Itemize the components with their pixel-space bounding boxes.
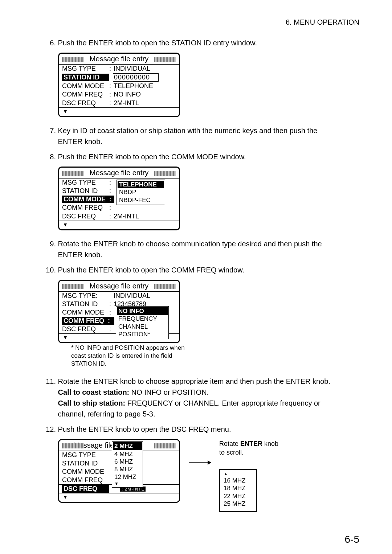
dropdown-option-nbdp[interactable]: NBDP [118, 188, 164, 196]
comm-freq-dropdown[interactable]: NO INFO FREQUENCY CHANNEL POSITION* [116, 306, 169, 339]
scroll-up-icon[interactable]: ▲ [224, 471, 253, 477]
page: 6. MENU OPERATION 6. Push the ENTER knob… [0, 0, 392, 554]
arrow-right-icon [189, 462, 211, 463]
comm-mode-label: COMM MODE [62, 309, 109, 316]
scroll-down-icon[interactable]: ▼ [59, 108, 179, 116]
station-id-label: STATION ID [62, 460, 109, 467]
step-number: 12. [44, 424, 56, 435]
step-number: 9. [44, 238, 56, 249]
comm-freq-value: NO INFO [114, 91, 176, 98]
step-number: 6. [44, 37, 56, 48]
step-text: Rotate the ENTER knob to choose communic… [58, 238, 341, 260]
dropdown-option-6mhz[interactable]: 6 MHZ [113, 458, 142, 465]
list-item[interactable]: 16 MHZ [224, 477, 253, 484]
panel-1: Message file entry MSG TYPE : INDIVIDUAL… [58, 53, 359, 117]
step-9: 9. Rotate the ENTER knob to choose commu… [44, 238, 359, 260]
dropdown-option-telephone[interactable]: TELEPHONE [118, 181, 164, 188]
step-text: Rotate the ENTER knob to choose appropri… [58, 376, 341, 419]
step-6: 6. Push the ENTER knob to open the STATI… [44, 37, 359, 48]
dropdown-option-noinfo[interactable]: NO INFO [117, 307, 168, 315]
dsc-freq-value: 2M-INTL [114, 213, 176, 220]
comm-mode-dropdown[interactable]: TELEPHONE NBDP NBDP-FEC [117, 180, 165, 205]
step-text: Push the ENTER knob to open the STATION … [58, 37, 341, 48]
dropdown-option-12mhz[interactable]: 12 MHZ [113, 473, 142, 481]
scroll-overflow-list: ▲ 16 MHZ 18 MHZ 22 MHZ 25 MHZ [219, 469, 257, 512]
station-id-input[interactable]: 000000000 [113, 73, 159, 82]
step-8: 8. Push the ENTER knob to open the COMM … [44, 151, 359, 162]
page-number: 6-5 [44, 534, 359, 545]
comm-freq-label: COMM FREQ [62, 476, 109, 484]
step-number: 7. [44, 125, 56, 136]
step-number: 10. [44, 264, 56, 275]
scroll-down-icon[interactable]: ▼ [59, 493, 179, 502]
dropdown-option-channel[interactable]: CHANNEL [117, 323, 168, 331]
dropdown-option-nbdp-fec[interactable]: NBDP-FEC [118, 196, 164, 204]
panel-2: Message file entry MSG TYPE : STATION ID… [58, 167, 359, 230]
msg-type-label: MSG TYPE [62, 65, 109, 73]
step-number: 11. [44, 376, 56, 387]
comm-freq-label: COMM FREQ [62, 204, 109, 212]
comm-freq-label: COMM FREQ : [62, 317, 114, 325]
comm-mode-label: COMM MODE [62, 82, 109, 90]
dsc-freq-label: DSC FREQ [62, 485, 109, 493]
comm-freq-label: COMM FREQ [62, 91, 109, 98]
scroll-down-icon[interactable]: ▼ [59, 221, 179, 229]
dropdown-option-8mhz[interactable]: 8 MHZ [113, 465, 142, 473]
step-text: Push the ENTER knob to open the COMM FRE… [58, 264, 341, 275]
step-text: Push the ENTER knob to open the COMM MOD… [58, 151, 341, 162]
list-item[interactable]: 25 MHZ [224, 500, 253, 508]
dropdown-option-4mhz[interactable]: 4 MHZ [113, 450, 142, 458]
msg-type-value: INDIVIDUAL [114, 292, 176, 300]
comm-mode-value: TELEPHONE [114, 82, 176, 90]
dropdown-option-frequency[interactable]: FREQUENCY [117, 315, 168, 323]
step-7: 7. Key in ID of coast station or ship st… [44, 125, 359, 147]
panel-3: Message file entry MSG TYPE: INDIVIDUAL … [58, 280, 359, 368]
dropdown-option-2mhz[interactable]: 2 MHZ [113, 442, 142, 450]
step-text: Push the ENTER knob to open the DSC FREQ… [58, 424, 341, 435]
dsc-freq-label: DSC FREQ [62, 99, 109, 107]
panel-3-footnote: * NO INFO and POSITION appears when coas… [71, 344, 187, 368]
msg-type-value: INDIVIDUAL [114, 65, 176, 73]
station-id-label: STATION ID [62, 300, 109, 308]
station-id-label: STATION ID [62, 187, 109, 195]
msg-type-label: MSG TYPE [62, 451, 109, 459]
scroll-annotation: Rotate ENTER knob to scroll. ▲ 16 MHZ 18… [219, 439, 278, 512]
step-number: 8. [44, 151, 56, 162]
msg-type-label: MSG TYPE [62, 179, 109, 186]
dsc-freq-label: DSC FREQ [62, 325, 109, 333]
comm-mode-label: COMM MODE [62, 468, 109, 476]
dsc-freq-value: 2M-INTL [114, 99, 176, 107]
msg-type-label: MSG TYPE: [62, 292, 109, 300]
section-header: 6. MENU OPERATION [44, 18, 359, 26]
dropdown-option-position[interactable]: POSITION* [117, 331, 168, 338]
comm-mode-label: COMM MODE : [62, 196, 114, 203]
step-12: 12. Push the ENTER knob to open the DSC … [44, 424, 359, 435]
step-10: 10. Push the ENTER knob to open the COMM… [44, 264, 359, 275]
dsc-freq-label: DSC FREQ [62, 213, 109, 220]
list-item[interactable]: 18 MHZ [224, 484, 253, 492]
list-item[interactable]: 22 MHZ [224, 492, 253, 500]
scroll-down-icon[interactable]: ▼ [113, 481, 142, 487]
panel-title: Message file entry [59, 168, 179, 178]
station-id-label: STATION ID [62, 74, 109, 81]
dsc-freq-dropdown[interactable]: 2 MHZ 4 MHZ 6 MHZ 8 MHZ 12 MHZ ▼ [112, 441, 143, 487]
step-text: Key in ID of coast station or ship stati… [58, 125, 341, 147]
figure-4: Message file entry MSG TYPE STATION ID C… [58, 439, 359, 512]
step-11: 11. Rotate the ENTER knob to choose appr… [44, 376, 359, 419]
panel-title: Message file entry [59, 54, 179, 64]
panel-title: Message file entry [59, 281, 179, 291]
